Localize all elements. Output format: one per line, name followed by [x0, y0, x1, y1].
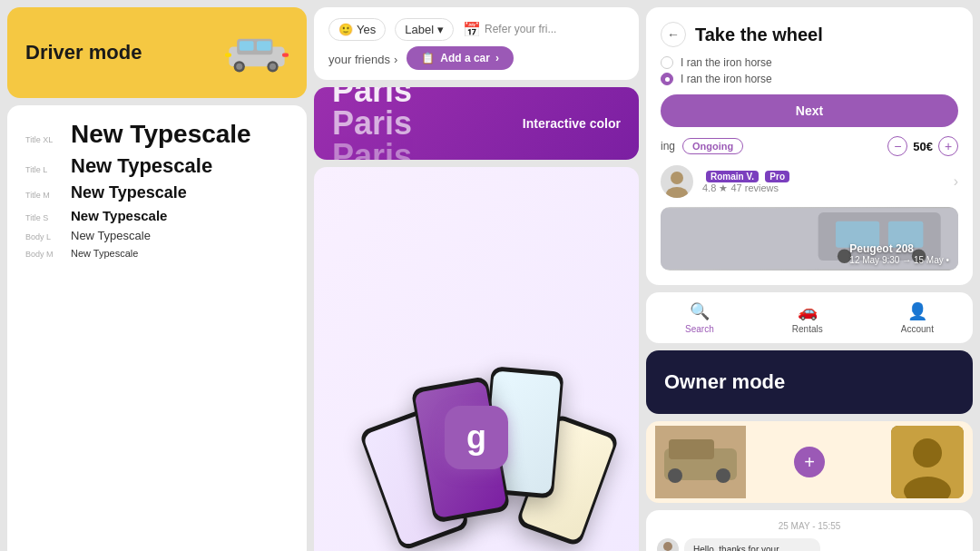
- driver-name: Romain V. Pro: [702, 170, 945, 182]
- driver-chevron-icon: ›: [954, 173, 958, 190]
- paris-text-stack: Paris Paris Paris: [332, 87, 412, 160]
- minus-button[interactable]: −: [887, 136, 907, 156]
- paris-text-3: Paris: [332, 140, 412, 160]
- driver-info: Romain V. Pro 4.8 ★ 47 reviews: [702, 170, 945, 194]
- next-button[interactable]: Next: [661, 94, 958, 127]
- person-photo: [891, 426, 964, 498]
- account-tab-icon: 👤: [907, 301, 927, 321]
- rentals-tab-icon: 🚗: [798, 301, 818, 321]
- search-tab-icon: 🔍: [690, 301, 710, 321]
- yes-label: Yes: [357, 23, 376, 36]
- label-dropdown[interactable]: Label ▾: [395, 18, 454, 41]
- tab-account[interactable]: 👤 Account: [901, 301, 934, 334]
- take-wheel-title: Take the wheel: [695, 25, 823, 45]
- body-m-row: Body M New Typescale: [25, 248, 289, 259]
- friends-text: your friends: [328, 53, 390, 66]
- take-wheel-header: ← Take the wheel: [661, 22, 958, 47]
- status-bar: ing Ongoing − 50€ +: [661, 136, 958, 156]
- add-car-button[interactable]: 📋 Add a car ›: [407, 46, 514, 70]
- svg-point-24: [913, 438, 942, 467]
- middle-column: 🙂 Yes Label ▾ 📅 Refer your fri... your f…: [314, 7, 639, 551]
- ongoing-badge: Ongoing: [682, 138, 743, 154]
- owner-promo-card: +: [646, 421, 973, 503]
- svg-rect-2: [240, 41, 254, 51]
- yes-button[interactable]: 🙂 Yes: [328, 18, 386, 41]
- svg-point-7: [270, 64, 276, 70]
- car-photo: [655, 426, 746, 498]
- owner-mode-card: Owner mode: [646, 350, 973, 414]
- chevron-down-icon: ▾: [437, 23, 444, 36]
- radio-circle-2: [661, 73, 673, 85]
- interactive-color-label: Interactive color: [523, 116, 621, 131]
- driver-mode-card: Driver mode: [7, 7, 307, 98]
- car-icon: [225, 30, 289, 75]
- type-s-row: Title S New Typescale: [25, 208, 289, 223]
- svg-point-22: [716, 468, 730, 483]
- paris-card: Paris Paris Paris Interactive color: [314, 87, 639, 160]
- add-car-icon: 📋: [421, 52, 435, 64]
- owner-mode-title: Owner mode: [664, 370, 785, 394]
- chat-message-1: Hello, thanks for your interest in my ca…: [657, 538, 962, 551]
- radio-label-1: I ran the iron horse: [681, 56, 772, 69]
- svg-rect-3: [257, 41, 271, 51]
- refer-friend-section: 📅 Refer your fri...: [463, 21, 556, 38]
- chat-bubble-1: Hello, thanks for your interest in my ca…: [684, 538, 820, 551]
- svg-point-11: [666, 187, 688, 198]
- paris-text-2: Paris: [332, 107, 412, 140]
- tab-search[interactable]: 🔍 Search: [685, 301, 714, 334]
- refer-text: Refer your fri...: [485, 23, 556, 35]
- radio-options: I ran the iron horse I ran the iron hors…: [661, 56, 958, 85]
- status-label: ing: [661, 140, 675, 153]
- svg-point-5: [236, 64, 242, 70]
- radio-circle-1: [661, 56, 673, 69]
- search-tab-label: Search: [685, 324, 714, 334]
- calendar-icon: 📅: [463, 21, 481, 38]
- price-control: − 50€ +: [887, 136, 958, 156]
- car-date: 12 May 9:30 → 15 May •: [849, 255, 949, 265]
- label-text: Label: [405, 23, 434, 36]
- account-tab-label: Account: [901, 324, 934, 334]
- type-m-row: Title M New Typescale: [25, 183, 289, 202]
- main-grid: Driver mode Title XL: [0, 0, 980, 551]
- driver-mode-title: Driver mode: [25, 41, 142, 64]
- type-l-row: Title L New Typescale: [25, 154, 289, 178]
- rentals-tab-label: Rentals: [792, 324, 823, 334]
- car-card-image: Peugeot 208 12 May 9:30 → 15 May •: [661, 207, 958, 271]
- plus-button[interactable]: +: [938, 136, 958, 156]
- type-xl-row: Title XL New Typescale: [25, 120, 289, 149]
- chat-card: 25 MAY - 15:55 Hello, thanks for your in…: [646, 510, 973, 551]
- right-column: ← Take the wheel I ran the iron horse I …: [646, 7, 973, 551]
- phones-card: g: [314, 167, 639, 551]
- price-text: 50€: [913, 140, 933, 153]
- top-bar: 🙂 Yes Label ▾ 📅 Refer your fri... your f…: [314, 7, 639, 80]
- svg-rect-20: [669, 439, 714, 459]
- arrow-icon: ›: [495, 52, 499, 64]
- arrow-right-icon: ›: [394, 53, 397, 66]
- driver-avatar: [661, 165, 693, 198]
- driver-rating: 4.8 ★ 47 reviews: [702, 182, 945, 194]
- radio-label-2: I ran the iron horse: [681, 73, 772, 85]
- your-friends-link[interactable]: your friends ›: [328, 53, 397, 66]
- emoji-icon: 🙂: [338, 23, 353, 36]
- svg-rect-9: [282, 53, 289, 56]
- svg-rect-8: [225, 53, 231, 56]
- car-svg: [225, 30, 289, 75]
- tab-rentals[interactable]: 🚗 Rentals: [792, 301, 823, 334]
- chat-timestamp: 25 MAY - 15:55: [657, 521, 962, 531]
- bottom-tabs: 🔍 Search 🚗 Rentals 👤 Account: [646, 292, 973, 343]
- typescale-card: Title XL New Typescale Title L New Types…: [7, 105, 307, 551]
- back-button[interactable]: ←: [661, 22, 686, 47]
- radio-option-1[interactable]: I ran the iron horse: [661, 56, 958, 69]
- svg-point-10: [671, 172, 683, 184]
- g-logo: g: [445, 406, 508, 469]
- left-column: Driver mode Title XL: [7, 7, 307, 551]
- plus-circle: +: [794, 447, 825, 477]
- svg-point-26: [663, 542, 672, 551]
- body-l-row: Body L New Typescale: [25, 229, 289, 242]
- radio-option-2[interactable]: I ran the iron horse: [661, 73, 958, 85]
- car-name: Peugeot 208: [849, 242, 949, 255]
- chat-avatar-1: [657, 538, 679, 551]
- take-wheel-card: ← Take the wheel I ran the iron horse I …: [646, 7, 973, 285]
- add-car-label: Add a car: [440, 52, 490, 64]
- svg-point-21: [668, 468, 682, 483]
